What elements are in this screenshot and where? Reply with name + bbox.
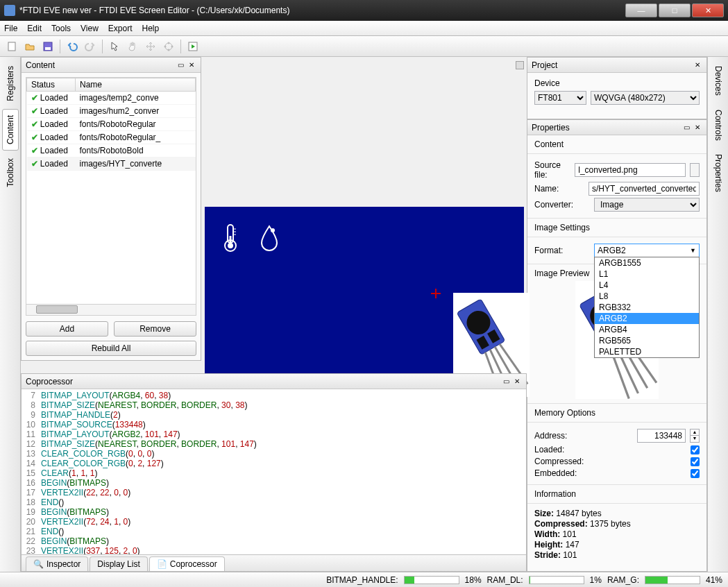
code-line[interactable]: 14CLEAR_COLOR_RGB(0, 2, 127) [22,459,526,468]
format-option[interactable]: ARGB2 [595,313,699,324]
close-panel-icon[interactable]: ✕ [693,123,702,133]
code-line[interactable]: 8BITMAP_SIZE(NEAREST, BORDER, BORDER, 30… [22,400,526,410]
address-input[interactable] [637,429,686,443]
screen-canvas[interactable] [205,207,524,394]
format-select[interactable]: ARGB2▼ [594,244,700,257]
format-option[interactable]: ARGB4 [595,324,699,335]
check-icon: ✔ [31,106,38,116]
tab-coprocessor[interactable]: 📄Coprocessor [149,556,225,571]
tab-display-list[interactable]: Display List [90,556,147,571]
table-row[interactable]: ✔ Loadedfonts/RobotoRegular [27,118,196,131]
browse-button[interactable] [690,163,700,177]
format-option[interactable]: RGB565 [595,335,699,346]
code-line[interactable]: 11BITMAP_LAYOUT(ARGB2, 101, 147) [22,429,526,439]
rebuild-all-button[interactable]: Rebuild All [26,341,196,356]
content-hscroll[interactable] [26,305,196,316]
close-button[interactable]: ✕ [692,3,724,17]
remove-button[interactable]: Remove [114,321,196,337]
converter-label: Converter: [534,200,590,210]
resolution-select[interactable]: WQVGA (480x272) [591,91,700,105]
converter-select[interactable]: Image [594,198,700,212]
menu-help[interactable]: Help [142,24,160,33]
status-ram-dl-label: RAM_DL: [487,575,523,585]
code-line[interactable]: 20VERTEX2II(72, 24, 1, 0) [22,517,526,527]
open-button[interactable] [22,39,37,54]
code-line[interactable]: 23VERTEX2II(337, 125, 2, 0) [22,546,526,554]
pointer-tool[interactable] [107,39,122,54]
table-row[interactable]: ✔ Loadedimages/HYT_converte [27,158,196,171]
svg-rect-2 [45,47,51,50]
drag-crosshair-icon[interactable] [431,289,441,298]
code-line[interactable]: 7BITMAP_LAYOUT(ARGB4, 60, 38) [22,391,526,400]
move-tool[interactable] [143,39,158,54]
embedded-checkbox[interactable] [691,469,700,478]
coprocessor-editor[interactable]: 7BITMAP_LAYOUT(ARGB4, 60, 38)8BITMAP_SIZ… [22,389,526,554]
format-option[interactable]: L1 [595,269,699,280]
save-button[interactable] [40,39,56,54]
app-icon [4,5,15,16]
vtab-content[interactable]: Content [2,109,19,151]
undock-icon[interactable]: ▭ [176,60,185,70]
loaded-checkbox[interactable] [691,445,700,454]
code-line[interactable]: 16BEGIN(BITMAPS) [22,478,526,488]
vscroll-grip[interactable] [516,61,524,69]
code-line[interactable]: 10BITMAP_SOURCE(133448) [22,420,526,429]
minimize-button[interactable]: — [625,3,657,17]
code-line[interactable]: 12BITMAP_SIZE(NEAREST, BORDER, BORDER, 1… [22,439,526,449]
format-option[interactable]: L8 [595,291,699,302]
address-step-up[interactable]: ▲ [690,429,700,436]
hand-tool[interactable] [125,39,140,54]
vtab-registers[interactable]: Registers [2,60,19,108]
vtab-devices[interactable]: Devices [710,60,727,102]
address-step-down[interactable]: ▼ [690,436,700,443]
code-line[interactable]: 21END() [22,527,526,536]
close-panel-icon[interactable]: ✕ [187,60,196,70]
vtab-toolbox[interactable]: Toolbox [2,152,19,193]
name-input[interactable] [589,182,700,196]
vtab-controls[interactable]: Controls [710,103,727,147]
code-line[interactable]: 22BEGIN(BITMAPS) [22,536,526,546]
embedded-label: Embedded: [534,468,590,478]
code-line[interactable]: 9BITMAP_HANDLE(2) [22,410,526,420]
source-file-input[interactable] [575,163,686,177]
new-button[interactable] [4,39,19,54]
code-line[interactable]: 15CLEAR(1, 1, 1) [22,468,526,478]
col-status[interactable]: Status [27,78,76,92]
code-line[interactable]: 19BEGIN(BITMAPS) [22,507,526,517]
svg-point-6 [168,49,170,51]
undo-button[interactable] [65,39,80,54]
rotate-tool[interactable] [161,39,176,54]
device-select[interactable]: FT801 [534,91,586,105]
content-table[interactable]: Status Name ✔ Loadedimages/temp2_conve✔ … [26,78,196,171]
format-option[interactable]: RGB332 [595,302,699,313]
add-button[interactable]: Add [26,321,108,337]
format-option[interactable]: ARGB1555 [595,257,699,269]
format-dropdown[interactable]: ARGB1555L1L4L8RGB332ARGB2ARGB4RGB565PALE… [594,257,700,358]
maximize-button[interactable]: □ [659,3,691,17]
redo-button[interactable] [83,39,98,54]
table-row[interactable]: ✔ Loadedfonts/RobotoRegular_ [27,131,196,144]
menu-export[interactable]: Export [108,24,133,33]
run-button[interactable] [185,39,201,54]
format-option[interactable]: PALETTED [595,346,699,357]
menu-view[interactable]: View [81,24,99,33]
table-row[interactable]: ✔ Loadedimages/hum2_conver [27,105,196,118]
table-row[interactable]: ✔ Loadedimages/temp2_conve [27,92,196,105]
code-line[interactable]: 18END() [22,497,526,507]
status-bitmap-handle-label: BITMAP_HANDLE: [326,575,398,585]
code-line[interactable]: 13CLEAR_COLOR_RGB(0, 0, 0) [22,449,526,459]
menu-file[interactable]: File [4,24,17,33]
table-row[interactable]: ✔ Loadedfonts/RobotoBold [27,144,196,158]
code-line[interactable]: 17VERTEX2II(22, 22, 0, 0) [22,488,526,497]
tab-inspector[interactable]: 🔍Inspector [26,556,88,571]
menu-edit[interactable]: Edit [27,24,42,33]
menu-tools[interactable]: Tools [51,24,71,33]
close-panel-icon[interactable]: ✕ [512,377,522,386]
close-panel-icon[interactable]: ✕ [693,60,702,70]
format-option[interactable]: L4 [595,280,699,291]
col-name[interactable]: Name [76,78,196,92]
undock-icon[interactable]: ▭ [501,377,511,386]
compressed-checkbox[interactable] [691,457,700,466]
vtab-properties[interactable]: Properties [710,148,727,198]
undock-icon[interactable]: ▭ [682,123,691,133]
